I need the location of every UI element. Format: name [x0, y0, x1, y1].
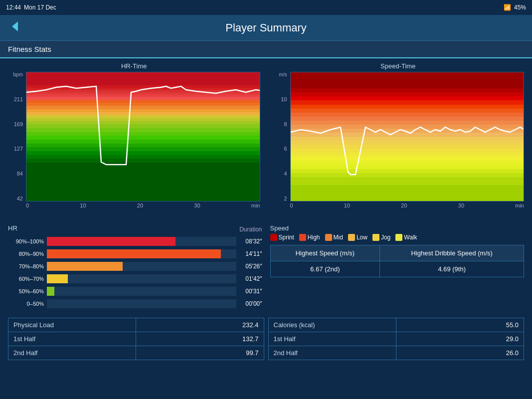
hr-y-169: 169 [8, 121, 23, 127]
hr-section-title: HR [8, 224, 17, 232]
speed-section-title: Speed [270, 224, 525, 232]
speed-y-unit: m/s [272, 72, 287, 77]
hr-bar-row: 80%–90%14′11″ [8, 248, 262, 259]
hr-bar-fill [47, 274, 68, 283]
hr-bar-bg [47, 299, 236, 308]
speed-chart-wrapper: m/s 10 8 6 4 2 0 10 20 30 min [272, 72, 525, 218]
charts-row: HR-Time bpm 211 169 127 84 42 0 [0, 62, 532, 218]
hr-bar-row: 60%–70%01′42″ [8, 273, 262, 284]
speed-legend-item: Sprint [270, 234, 294, 241]
speed-legend-label: Mid [334, 234, 343, 241]
speed-legend-item: Low [348, 234, 367, 241]
hr-chart-area [26, 72, 260, 201]
stat-value: 29.0 [396, 332, 524, 346]
hr-bar-label: 60%–70% [8, 276, 47, 282]
speed-legend-label: Walk [404, 234, 417, 241]
hr-line-svg [26, 72, 260, 201]
section-header: Fitness Stats [0, 41, 532, 58]
hr-bar-fill [47, 249, 221, 258]
stat-row: 2nd Half26.0 [269, 346, 524, 360]
hr-bar-bg [47, 287, 236, 296]
hr-bar-duration: 00′31″ [236, 288, 262, 295]
speed-legend-label: Sprint [279, 234, 294, 241]
hr-bar-duration: 14′11″ [236, 250, 262, 257]
hr-y-axis: bpm 211 169 127 84 42 [8, 72, 25, 201]
calories-block: Calories (kcal)55.01st Half29.02nd Half2… [268, 318, 525, 360]
speed-legend-dot [270, 234, 277, 241]
speed-table-header-1: Highest Speed (m/s) [270, 245, 380, 261]
speed-table-header-2: Highest Dribble Speed (m/s) [380, 245, 524, 261]
hr-chart-wrapper: bpm 211 169 127 84 42 0 10 20 30 [8, 72, 260, 218]
stat-row: 1st Half132.7 [8, 332, 264, 346]
speed-line-svg [291, 72, 524, 201]
hr-bar-duration: 01′42″ [236, 275, 262, 282]
speed-legend-dot [372, 234, 379, 241]
hr-bar-fill [47, 237, 176, 246]
stat-row: 2nd Half99.7 [8, 346, 264, 360]
stat-value: 55.0 [396, 318, 524, 332]
hr-bar-row: 0–50%00′00″ [8, 298, 262, 309]
hr-y-211: 211 [8, 96, 23, 102]
speed-legend-dot [348, 234, 355, 241]
duration-label: Duration [239, 226, 262, 233]
hr-bar-row: 70%–80%05′26″ [8, 261, 262, 272]
stat-label: 1st Half [269, 332, 396, 346]
hr-bar-duration: 00′00″ [236, 300, 262, 307]
hr-bar-row: 90%–100%08′32″ [8, 236, 262, 247]
speed-legend-dot [325, 234, 332, 241]
status-right: 📶 45% [504, 4, 526, 11]
hr-stats: HR Duration 90%–100%08′32″80%–90%14′11″7… [8, 224, 262, 311]
bottom-stats: Physical Load232.41st Half132.72nd Half9… [0, 314, 532, 360]
page-header: Player Summary [0, 15, 532, 41]
hr-chart-title: HR-Time [8, 62, 260, 70]
speed-table-val-1: 6.67 (2nd) [270, 261, 380, 277]
hr-bar-fill [47, 262, 123, 271]
hr-x-axis: 0 10 20 30 min [26, 202, 260, 208]
speed-table: Highest Speed (m/s) Highest Dribble Spee… [270, 245, 525, 277]
speed-y-axis: m/s 10 8 6 4 2 [272, 72, 289, 201]
wifi-icon: 📶 [504, 4, 511, 11]
speed-x-axis: 0 10 20 30 min [290, 202, 525, 208]
hr-bar-bg [47, 274, 236, 283]
speed-stats: Speed SprintHighMidLowJogWalk Highest Sp… [270, 224, 525, 311]
stat-label: 2nd Half [8, 346, 136, 360]
hr-bar-label: 90%–100% [8, 238, 47, 244]
stats-row: HR Duration 90%–100%08′32″80%–90%14′11″7… [0, 220, 532, 311]
speed-legend-dot [299, 234, 306, 241]
time-label: 12:44 [6, 4, 21, 11]
stat-label: Calories (kcal) [269, 318, 396, 332]
stat-row: Calories (kcal)55.0 [269, 318, 524, 332]
hr-bar-duration: 05′26″ [236, 263, 262, 270]
stat-row: Physical Load232.4 [8, 318, 264, 332]
stat-value: 232.4 [136, 318, 263, 332]
date-label: Mon 17 Dec [24, 4, 56, 11]
page-title: Player Summary [225, 21, 307, 34]
stat-label: 2nd Half [269, 346, 396, 360]
speed-legend-label: Jog [381, 234, 390, 241]
hr-chart-container: HR-Time bpm 211 169 127 84 42 0 [8, 62, 260, 218]
speed-chart-title: Speed-Time [272, 62, 525, 70]
status-bar: 12:44 Mon 17 Dec 📶 45% [0, 0, 532, 15]
speed-legend-label: Low [356, 234, 367, 241]
back-button[interactable] [8, 19, 22, 36]
stat-row: 1st Half29.0 [269, 332, 524, 346]
speed-table-val-2: 4.69 (9th) [380, 261, 524, 277]
speed-legend: SprintHighMidLowJogWalk [270, 234, 525, 241]
speed-legend-label: High [308, 234, 320, 241]
hr-bar-bg [47, 262, 236, 271]
hr-bar-label: 50%–60% [8, 288, 47, 294]
hr-bar-row: 50%–60%00′31″ [8, 286, 262, 297]
speed-chart-area [290, 72, 525, 201]
speed-legend-item: High [299, 234, 320, 241]
hr-y-84: 84 [8, 171, 23, 177]
svg-marker-0 [12, 21, 18, 31]
speed-chart-container: Speed-Time m/s 10 8 6 4 2 0 10 20 3 [272, 62, 525, 218]
hr-bar-label: 70%–80% [8, 263, 47, 269]
hr-y-42: 42 [8, 196, 23, 201]
speed-legend-item: Mid [325, 234, 343, 241]
hr-bar-label: 80%–90% [8, 251, 47, 257]
physical-load-block: Physical Load232.41st Half132.72nd Half9… [8, 318, 264, 360]
hr-bar-fill [47, 287, 54, 296]
speed-legend-dot [395, 234, 402, 241]
hr-bar-bg [47, 237, 236, 246]
